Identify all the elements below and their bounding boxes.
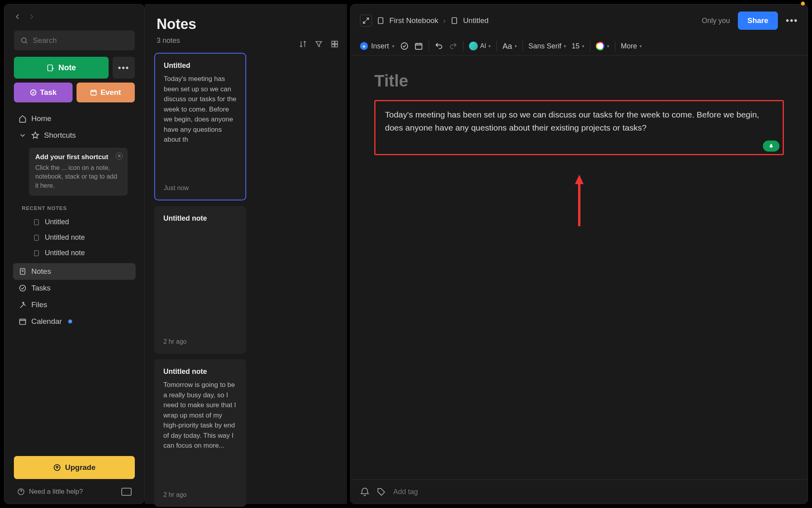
editor-toolbar: + Insert ▾ AI ▾ Aa ▾ Sans Serif [350,37,808,56]
microphone-icon [768,143,774,149]
tasks-icon [19,284,27,292]
note-card-title: Untitled [164,62,237,70]
insert-button[interactable]: + Insert ▾ [360,42,395,50]
notes-icon [19,267,27,275]
checkbox-icon[interactable] [400,42,409,50]
nav-shortcuts[interactable]: Shortcuts [13,127,136,144]
note-card-1[interactable]: Untitled note 2 hr ago [154,206,246,354]
font-size-select[interactable]: 15 ▾ [572,42,584,50]
ai-button[interactable]: AI ▾ [469,42,491,50]
nav-calendar-label: Calendar [31,317,62,326]
toolbar-divider [496,41,497,51]
tag-icon[interactable] [377,487,386,496]
filter-icon[interactable] [314,40,323,48]
notes-count: 3 notes [153,35,184,53]
nav-calendar[interactable]: Calendar [13,313,136,330]
note-plus-icon [46,64,54,72]
nav-files[interactable]: Files [13,296,136,313]
nav-tasks[interactable]: Tasks [13,280,136,296]
annotation-arrow [573,175,585,226]
upgrade-button[interactable]: Upgrade [14,456,135,479]
expand-button[interactable] [360,15,372,27]
plus-icon: + [360,42,368,50]
add-tag-input[interactable]: Add tag [393,488,418,496]
notes-list-panel: Notes 3 notes Untitled Today's meeting h… [145,4,347,504]
text-style-select[interactable]: Aa ▾ [502,42,517,51]
svg-rect-16 [378,18,383,24]
new-task-button[interactable]: Task [14,83,73,102]
recent-item-label: Untitled note [45,233,85,242]
more-formatting[interactable]: More ▾ [621,42,642,50]
toolbar-divider [429,41,429,51]
svg-rect-12 [332,41,334,43]
font-family-select[interactable]: Sans Serif ▾ [529,42,566,50]
note-btn-label: Note [58,63,76,72]
note-name[interactable]: Untitled [463,16,488,25]
svg-rect-17 [452,18,457,24]
home-icon [19,115,27,123]
nav-home-label: Home [31,114,52,123]
keyboard-shortcuts-button[interactable] [121,488,132,496]
nav-home[interactable]: Home [13,110,136,127]
nav-notes[interactable]: Notes [13,263,136,280]
toolbar-divider [590,41,590,51]
svg-rect-1 [48,65,53,71]
recent-item-2[interactable]: Untitled note [13,245,136,261]
calendar-icon[interactable] [414,42,423,50]
calendar-icon [19,318,27,325]
upgrade-icon [53,464,61,471]
star-icon [31,131,39,139]
sort-icon[interactable] [299,40,307,48]
microphone-button[interactable] [763,140,779,152]
editor-more-button[interactable]: ••• [786,15,798,26]
new-note-button[interactable]: Note [14,57,109,79]
chevron-down-icon [19,131,27,139]
note-card-body [163,227,237,335]
help-link[interactable]: Need a little help? [17,488,83,496]
editor-footer: Add tag [350,479,808,504]
calendar-plus-icon [90,89,97,96]
svg-point-8 [20,285,26,291]
note-title-input[interactable] [374,71,784,90]
reminder-icon[interactable] [360,487,370,496]
undo-icon[interactable] [435,42,443,50]
notes-title: Notes [157,16,196,33]
notebook-name[interactable]: First Notebook [389,16,439,25]
redo-icon[interactable] [449,42,458,50]
note-card-time: 2 hr ago [163,338,237,345]
help-label: Need a little help? [29,488,83,496]
recent-item-1[interactable]: Untitled note [13,230,136,245]
note-card-2[interactable]: Untitled note Tomorrow is going to be a … [154,359,246,507]
note-card-0[interactable]: Untitled Today's meeting has been set up… [154,53,246,200]
nav-shortcuts-label: Shortcuts [44,131,76,140]
editor-body[interactable]: Today's meeting has been set up so we ca… [350,56,808,479]
note-card-time: 2 hr ago [163,491,237,498]
note-icon [33,250,40,257]
color-ring-icon [596,42,605,50]
task-icon [30,89,37,96]
search-box[interactable] [14,31,135,50]
search-input[interactable] [33,36,128,45]
recent-item-0[interactable]: Untitled [13,214,136,230]
text-color-select[interactable]: ▾ [596,42,609,50]
caret-icon: ▾ [515,44,517,49]
new-event-button[interactable]: Event [77,83,135,102]
notebook-icon [377,17,385,25]
svg-rect-3 [91,90,97,95]
back-icon[interactable] [13,12,22,21]
close-tip-button[interactable]: ✕ [116,152,123,160]
forward-icon[interactable] [27,12,36,21]
caret-icon: ▾ [640,44,642,49]
view-icon[interactable] [330,40,339,48]
caret-icon: ▾ [564,44,566,49]
note-icon [450,17,458,25]
note-content[interactable]: Today's meeting has been set up so we ca… [385,108,773,134]
note-card-title: Untitled note [163,214,237,223]
new-note-more-button[interactable]: ••• [113,57,135,79]
window-indicator [801,2,805,6]
task-btn-label: Task [40,88,57,97]
transcription-highlight-box: Today's meeting has been set up so we ca… [374,100,784,155]
insert-label: Insert [371,42,389,50]
share-button[interactable]: Share [738,12,778,30]
ai-label: AI [480,42,486,50]
